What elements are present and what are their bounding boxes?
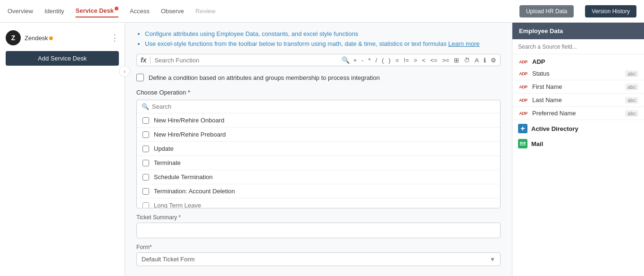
active-directory-label: Active Directory <box>531 125 578 132</box>
rp-status-label: Status <box>532 70 621 77</box>
sidebar-app-header: Z Zendesk ⋮ <box>0 28 125 51</box>
main-layout: Z Zendesk ⋮ Add Service Desk ‹ Configure… <box>0 23 644 276</box>
form-label: Form* <box>136 244 501 250</box>
right-panel-body: ADP ADP ADP Status abc ADP First Name ab… <box>512 54 644 276</box>
right-panel-search-input[interactable] <box>518 43 638 50</box>
nav-observe[interactable]: Observe <box>161 6 184 17</box>
clock-icon[interactable]: ⏱ <box>464 57 470 64</box>
nav-service-desk[interactable]: Service Desk <box>75 5 118 17</box>
rp-first-name-type: abc <box>625 84 638 90</box>
operation-item[interactable]: New Hire/Rehire Onboard <box>137 113 500 128</box>
rp-item-first-name[interactable]: ADP First Name abc <box>512 80 644 94</box>
instructions-list: Configure attributes using Employee Data… <box>136 30 501 47</box>
learn-more-link[interactable]: Learn more <box>448 40 479 47</box>
mail-section-header: Mail <box>512 135 644 150</box>
form-select-value: Default Ticket Form <box>142 256 487 263</box>
condition-checkbox[interactable] <box>136 74 144 81</box>
operation-item[interactable]: Update <box>137 142 500 156</box>
op-checkbox-new-hire-onboard[interactable] <box>142 117 149 124</box>
op-label: Terminate <box>154 159 181 166</box>
instruction-2: Use excel-style functions from the toolb… <box>145 40 446 47</box>
operator-plus[interactable]: + <box>353 57 357 64</box>
choose-operation-label: Choose Operation * <box>136 89 501 96</box>
operator-lparen[interactable]: ( <box>382 57 384 64</box>
operator-multiply[interactable]: * <box>368 57 371 64</box>
operator-lte[interactable]: <= <box>430 57 437 64</box>
formula-bar: fx 🔍 + - * / ( ) = != > < <= >= ⊞ ⏱ A ℹ … <box>136 54 501 66</box>
mail-icon <box>518 139 527 148</box>
adp-field-icon: ADP <box>518 110 528 117</box>
right-panel-search-area <box>512 39 644 54</box>
op-checkbox-terminate[interactable] <box>142 160 149 166</box>
rp-last-name-label: Last Name <box>532 96 621 104</box>
upload-hr-data-button[interactable]: Upload HR Data <box>519 5 574 17</box>
sidebar: Z Zendesk ⋮ Add Service Desk ‹ <box>0 23 125 276</box>
operator-notequal[interactable]: != <box>404 57 409 64</box>
op-checkbox-account-deletion[interactable] <box>142 188 149 195</box>
text-icon[interactable]: A <box>475 57 479 64</box>
mail-section-label: Mail <box>531 140 543 147</box>
rp-last-name-type: abc <box>625 97 638 104</box>
sidebar-more-options[interactable]: ⋮ <box>110 34 119 42</box>
zendesk-name: Zendesk <box>25 34 107 42</box>
toolbar-operators: + - * / ( ) = != > < <= >= ⊞ ⏱ A ℹ ⚙ <box>353 57 496 64</box>
adp-field-icon: ADP <box>518 97 528 104</box>
active-directory-section-header: Active Directory <box>512 120 644 135</box>
instruction-1: Configure attributes using Employee Data… <box>145 30 358 37</box>
version-history-button[interactable]: Version History <box>585 5 636 17</box>
operator-gt[interactable]: > <box>414 57 418 64</box>
adp-section-label: ADP <box>532 58 545 65</box>
operation-item[interactable]: New Hire/Rehire Preboard <box>137 128 500 142</box>
settings-icon[interactable]: ⚙ <box>491 57 496 64</box>
op-label: Schedule Termination <box>154 173 213 181</box>
op-checkbox-update[interactable] <box>142 146 149 152</box>
adp-field-icon: ADP <box>518 70 528 77</box>
operation-item[interactable]: Termination: Account Deletion <box>137 184 500 198</box>
operation-item[interactable]: Terminate <box>137 156 500 170</box>
operation-search-input[interactable] <box>152 103 495 110</box>
nav-review[interactable]: Review <box>195 6 216 17</box>
nav-identity[interactable]: Identity <box>44 6 64 17</box>
sidebar-collapse-button[interactable]: ‹ <box>119 66 130 77</box>
ticket-summary-input[interactable] <box>136 223 501 238</box>
condition-label: Define a condition based on attributes a… <box>149 74 380 81</box>
operation-item[interactable]: Schedule Termination <box>137 170 500 184</box>
adp-logo-icon: ADP <box>518 59 528 65</box>
condition-row: Define a condition based on attributes a… <box>136 74 501 81</box>
operation-dropdown: 🔍 New Hire/Rehire Onboard New Hire/Rehir… <box>136 100 501 208</box>
form-select[interactable]: Default Ticket Form ▼ <box>136 252 501 266</box>
op-checkbox-long-term-leave[interactable] <box>142 202 149 208</box>
operator-gte[interactable]: >= <box>442 57 449 64</box>
op-label: Long Term Leave <box>154 202 201 208</box>
top-navigation: Overview Identity Service Desk Access Ob… <box>0 0 644 23</box>
rp-status-type: abc <box>625 70 638 77</box>
operator-lt[interactable]: < <box>422 57 426 64</box>
grid-icon[interactable]: ⊞ <box>454 57 459 64</box>
rp-first-name-label: First Name <box>532 83 621 90</box>
operation-list: New Hire/Rehire Onboard New Hire/Rehire … <box>137 113 500 208</box>
op-checkbox-schedule-termination[interactable] <box>142 174 149 181</box>
rp-preferred-name-label: Preferred Name <box>532 110 621 117</box>
operation-search-icon: 🔍 <box>142 103 149 110</box>
op-label: New Hire/Rehire Preboard <box>154 131 226 138</box>
rp-item-last-name[interactable]: ADP Last Name abc <box>512 94 644 107</box>
operation-item[interactable]: Long Term Leave <box>137 198 500 208</box>
right-panel-content: ADP ADP ADP Status abc ADP First Name ab… <box>512 54 644 150</box>
rp-item-preferred-name[interactable]: ADP Preferred Name abc <box>512 107 644 120</box>
zendesk-badge <box>49 36 53 40</box>
nav-overview[interactable]: Overview <box>8 6 33 17</box>
operator-divide[interactable]: / <box>376 57 377 64</box>
op-label: New Hire/Rehire Onboard <box>154 117 225 124</box>
right-panel: Employee Data ADP ADP ADP Status abc <box>512 23 644 276</box>
operator-rparen[interactable]: ) <box>389 57 391 64</box>
operator-minus[interactable]: - <box>361 57 363 64</box>
nav-access[interactable]: Access <box>130 6 150 17</box>
op-checkbox-new-hire-preboard[interactable] <box>142 131 149 138</box>
rp-item-status[interactable]: ADP Status abc <box>512 67 644 80</box>
search-function-input[interactable] <box>154 57 337 64</box>
operator-equal[interactable]: = <box>395 57 399 64</box>
add-service-desk-button[interactable]: Add Service Desk <box>6 51 119 66</box>
search-function-icon: 🔍 <box>342 56 350 64</box>
info-icon[interactable]: ℹ <box>484 57 486 64</box>
fx-label: fx <box>141 56 151 64</box>
